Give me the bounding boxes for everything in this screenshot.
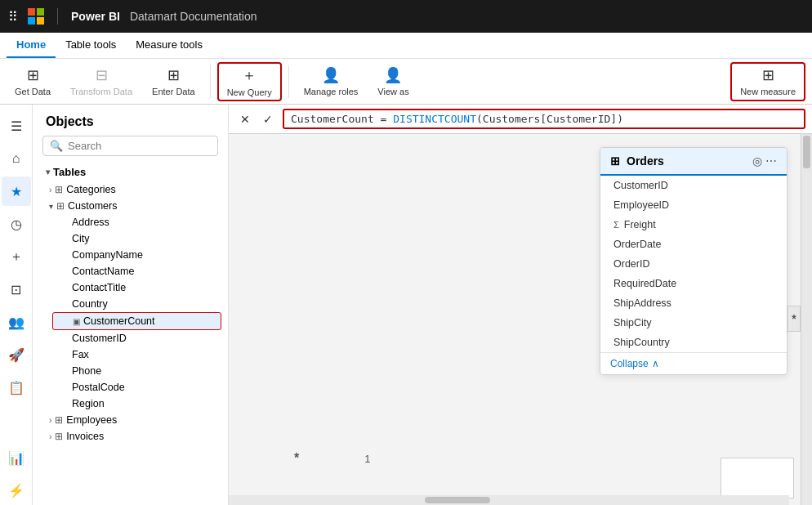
topbar-divider xyxy=(57,8,58,25)
tab-measure-tools[interactable]: Measure tools xyxy=(126,33,212,58)
sidebar-list-icon[interactable]: 📋 xyxy=(2,373,31,402)
search-box[interactable]: 🔍 xyxy=(42,136,218,156)
field-customerid[interactable]: CustomerID xyxy=(52,330,221,346)
new-query-icon: ＋ xyxy=(242,65,257,85)
field-contacttitle[interactable]: ContactTitle xyxy=(52,279,221,296)
horizontal-scrollbar[interactable] xyxy=(229,495,789,505)
freight-sigma-icon: Σ xyxy=(613,220,619,230)
content-section: ✕ ✓ CustomerCount = DISTINCTCOUNT(Custom… xyxy=(229,105,812,505)
enter-data-button[interactable]: ⊞ Enter Data xyxy=(144,62,203,101)
field-contactname[interactable]: ContactName xyxy=(52,263,221,279)
canvas-area: ⊞ Orders ◎ ⋯ CustomerID EmployeeID xyxy=(229,134,801,505)
formula-bar: ✕ ✓ CustomerCount = DISTINCTCOUNT(Custom… xyxy=(229,105,812,134)
sidebar-model-icon[interactable]: ⊡ xyxy=(2,275,31,304)
orders-field-orderdate[interactable]: OrderDate xyxy=(600,235,787,254)
formula-expression-arg: (Customers[CustomerID]) xyxy=(476,113,623,125)
view-as-button[interactable]: 👤 View as xyxy=(369,62,417,101)
orders-title-area: ⊞ Orders xyxy=(610,154,664,168)
customers-table-icon: ⊞ xyxy=(56,200,65,212)
sidebar-users-icon[interactable]: 👥 xyxy=(2,307,31,337)
enter-data-icon: ⊞ xyxy=(167,66,180,84)
sidebar-home-icon[interactable]: ⌂ xyxy=(2,144,31,173)
h-scrollbar-thumb[interactable] xyxy=(425,497,490,503)
categories-item[interactable]: › ⊞ Categories xyxy=(39,181,221,198)
new-query-button[interactable]: ＋ New Query xyxy=(217,62,282,101)
field-customercount[interactable]: ▣ CustomerCount xyxy=(52,312,221,330)
orders-card-header: ⊞ Orders ◎ ⋯ xyxy=(600,148,787,176)
field-phone[interactable]: Phone xyxy=(52,363,221,379)
invoices-item[interactable]: › ⊞ Invoices xyxy=(39,428,221,445)
orders-field-requireddate[interactable]: RequiredDate xyxy=(600,274,787,293)
sidebar-rocket-icon[interactable]: 🚀 xyxy=(2,340,31,369)
manage-roles-button[interactable]: 👤 Manage roles xyxy=(296,62,367,101)
search-input[interactable] xyxy=(68,140,211,152)
orders-field-shipcountry[interactable]: ShipCountry xyxy=(600,333,787,352)
vertical-scrollbar[interactable] xyxy=(801,134,812,505)
orders-field-shipaddress[interactable]: ShipAddress xyxy=(600,293,787,313)
orders-more-icon[interactable]: ⋯ xyxy=(765,154,777,168)
sidebar-chart-icon[interactable]: 📊 xyxy=(2,443,31,472)
orders-card-actions: ◎ ⋯ xyxy=(752,154,777,168)
tree-section: ▾ Tables › ⊞ Categories ▾ ⊞ Customers Ad… xyxy=(33,163,228,445)
employees-label: Employees xyxy=(66,414,117,426)
collapse-chevron-icon: ∧ xyxy=(652,358,659,369)
ribbon-sep-2 xyxy=(288,65,289,98)
orders-field-customerid[interactable]: CustomerID xyxy=(600,176,787,195)
sidebar-menu-icon[interactable]: ☰ xyxy=(2,111,31,141)
orders-field-freight[interactable]: Σ Freight xyxy=(600,215,787,235)
bottom-number: 1 xyxy=(364,453,370,465)
orders-field-orderid[interactable]: OrderID xyxy=(600,254,787,274)
transform-data-button[interactable]: ⊟ Transform Data xyxy=(62,62,141,101)
formula-input[interactable]: CustomerCount = DISTINCTCOUNT(Customers[… xyxy=(283,109,805,129)
collapse-label: Collapse xyxy=(610,358,649,369)
customers-children: Address City CompanyName ContactName Con… xyxy=(39,214,221,412)
waffle-icon[interactable]: ⠿ xyxy=(8,9,18,25)
field-address[interactable]: Address xyxy=(52,214,221,230)
objects-panel: Objects 🔍 ▾ Tables › ⊞ Categories ▾ ⊞ Cu… xyxy=(33,105,229,505)
invoices-label: Invoices xyxy=(66,431,104,442)
main-layout: ☰ ⌂ ★ ◷ ＋ ⊡ 👥 🚀 📋 📊 ⚡ Objects 🔍 ▾ Tables… xyxy=(0,105,812,505)
field-companyname[interactable]: CompanyName xyxy=(52,247,221,263)
v-scrollbar-thumb[interactable] xyxy=(803,136,810,168)
sidebar-data-icon[interactable]: ★ xyxy=(2,177,31,206)
tables-label: Tables xyxy=(53,166,86,178)
tables-section-title[interactable]: ▾ Tables xyxy=(39,163,221,181)
formula-cancel-icon[interactable]: ✕ xyxy=(235,109,255,129)
content-row: ⊞ Orders ◎ ⋯ CustomerID EmployeeID xyxy=(229,134,812,505)
employees-table-icon: ⊞ xyxy=(55,414,63,426)
orders-preview-icon[interactable]: ◎ xyxy=(752,154,762,168)
invoices-chevron: › xyxy=(49,432,51,441)
doc-title: Datamart Documentation xyxy=(130,10,257,23)
enter-data-label: Enter Data xyxy=(152,87,195,96)
field-fax[interactable]: Fax xyxy=(52,346,221,363)
orders-field-shipcity[interactable]: ShipCity xyxy=(600,313,787,333)
sidebar-clock-icon[interactable]: ◷ xyxy=(2,209,31,239)
orders-collapse-btn[interactable]: Collapse ∧ xyxy=(600,352,787,374)
get-data-label: Get Data xyxy=(15,87,51,96)
tab-home[interactable]: Home xyxy=(7,33,56,58)
invoices-table-icon: ⊞ xyxy=(55,431,63,442)
new-measure-button[interactable]: ⊞ New measure xyxy=(730,62,805,101)
formula-expression-prefix: CustomerCount = xyxy=(291,113,393,125)
field-region[interactable]: Region xyxy=(52,396,221,412)
field-postalcode[interactable]: PostalCode xyxy=(52,379,221,396)
tab-table-tools[interactable]: Table tools xyxy=(56,33,126,58)
formula-confirm-icon[interactable]: ✓ xyxy=(258,109,278,129)
view-as-label: View as xyxy=(377,87,408,96)
field-city[interactable]: City xyxy=(52,230,221,247)
manage-roles-icon: 👤 xyxy=(322,66,340,84)
employees-chevron: › xyxy=(49,416,51,425)
sidebar-add-icon[interactable]: ＋ xyxy=(2,242,31,271)
side-asterisk: * xyxy=(787,306,801,332)
categories-label: Categories xyxy=(66,184,115,195)
customers-item[interactable]: ▾ ⊞ Customers xyxy=(39,198,221,214)
mini-table xyxy=(721,458,794,498)
employees-item[interactable]: › ⊞ Employees xyxy=(39,412,221,428)
search-icon: 🔍 xyxy=(50,140,63,152)
formula-expression-func: DISTINCTCOUNT xyxy=(393,113,476,125)
sidebar-lightning-icon[interactable]: ⚡ xyxy=(2,476,31,505)
orders-field-employeeid[interactable]: EmployeeID xyxy=(600,195,787,215)
view-as-icon: 👤 xyxy=(384,66,402,84)
field-country[interactable]: Country xyxy=(52,296,221,312)
get-data-button[interactable]: ⊞ Get Data xyxy=(7,62,59,101)
